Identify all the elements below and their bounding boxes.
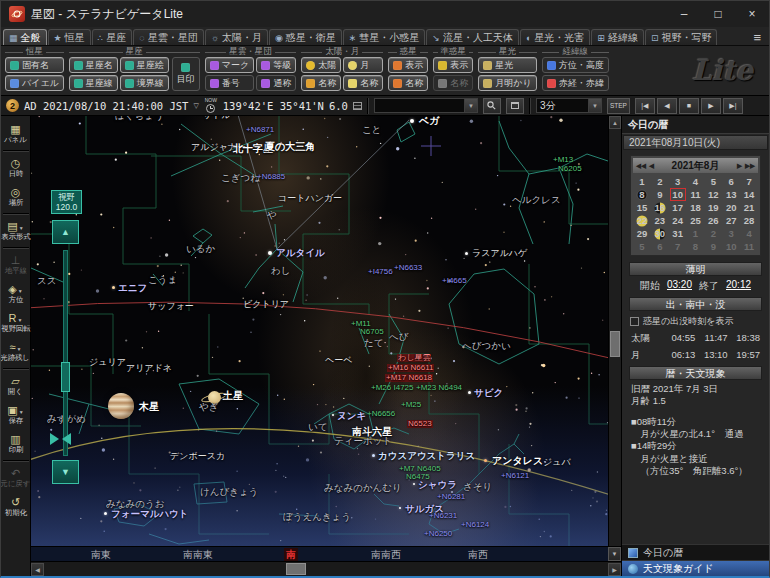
ribbon-button-名称[interactable]: 名称 xyxy=(433,75,473,91)
calendar-day-3[interactable]: 3 xyxy=(669,175,687,188)
step-select[interactable]: 3分▼ xyxy=(536,98,602,113)
ribbon-button-月明かり[interactable]: 月明かり xyxy=(478,75,536,91)
ribbon-button-太陽[interactable]: 太陽 xyxy=(301,57,341,73)
calendar-day-2[interactable]: 2 xyxy=(704,227,722,240)
calendar-day-12[interactable]: 12 xyxy=(704,188,722,201)
calendar-day-21[interactable]: 21 xyxy=(740,201,758,214)
ribbon-button-名称[interactable]: 名称 xyxy=(343,75,383,91)
panel-nav-天文現象ガイド[interactable]: 天文現象ガイド xyxy=(622,560,769,576)
calendar-next-month-button[interactable]: ▶ xyxy=(737,162,742,170)
panel-nav-今日の暦[interactable]: 今日の暦 xyxy=(622,544,769,560)
twilight-end-time[interactable]: 20:12 xyxy=(726,279,751,293)
calendar-day-10[interactable]: 10 xyxy=(722,240,740,253)
calendar-day-20[interactable]: 20 xyxy=(722,201,740,214)
sky-map[interactable]: はくちょうサドル+N6871アルジャナー北十字星夏の大三角ベガことこぎつね+N6… xyxy=(31,116,608,546)
ribbon-button-星座線[interactable]: 星座線 xyxy=(69,75,118,91)
scroll-left-icon[interactable]: ◀ xyxy=(31,563,44,576)
search-input[interactable]: ▼ xyxy=(374,98,478,113)
tab-星雲・星団[interactable]: ◌星雲・星団 xyxy=(133,29,203,45)
twilight-start-time[interactable]: 03:20 xyxy=(667,279,692,293)
play-button[interactable]: ▶ xyxy=(701,98,721,114)
calendar-day-10[interactable]: 10 xyxy=(669,188,687,201)
ribbon-button-境界線[interactable]: 境界線 xyxy=(120,75,169,91)
scroll-up-icon[interactable]: ▲ xyxy=(609,116,621,129)
minimize-button[interactable]: – xyxy=(667,1,701,27)
calendar-day-13[interactable]: 13 xyxy=(722,188,740,201)
calendar-day-2[interactable]: 2 xyxy=(651,175,669,188)
sidebar-item-印刷[interactable]: ▥印刷 xyxy=(1,429,30,458)
calendar-day-9[interactable]: 9 xyxy=(704,240,722,253)
ribbon-button-バイエル[interactable]: バイエル xyxy=(5,75,64,91)
sidebar-item-日時[interactable]: ◷日時 xyxy=(1,153,30,182)
map-hscrollbar[interactable]: ◀ ▶ xyxy=(31,561,621,576)
calendar-day-26[interactable]: 26 xyxy=(704,214,722,227)
sidebar-item-初期化[interactable]: ↺初期化 xyxy=(1,492,30,521)
checkbox-icon[interactable] xyxy=(630,317,639,326)
skip-start-button[interactable]: |◀ xyxy=(635,98,655,114)
calendar-day-4[interactable]: 4 xyxy=(740,227,758,240)
fov-slider-thumb[interactable] xyxy=(61,362,70,392)
ribbon-button-星座名[interactable]: 星座名 xyxy=(69,57,118,73)
ribbon-button-番号[interactable]: 番号 xyxy=(205,75,254,91)
close-button[interactable]: × xyxy=(735,1,769,27)
menu-icon[interactable]: ≡ xyxy=(747,30,767,45)
sidebar-item-開く[interactable]: ▱開く xyxy=(1,371,30,400)
rotate-right-icon[interactable] xyxy=(62,433,71,445)
calendar-next-year-button[interactable]: ▶▶ xyxy=(745,162,755,170)
sidebar-item-場所[interactable]: ◎場所 xyxy=(1,182,30,211)
calendar-day-8[interactable]: 8 xyxy=(633,188,651,201)
location-display[interactable]: 139°42'E 35°41'N xyxy=(223,100,324,112)
ribbon-button-表示[interactable]: 表示 xyxy=(433,57,473,73)
search-button[interactable] xyxy=(483,98,501,114)
calendar-day-16[interactable]: 16 xyxy=(651,201,669,214)
ribbon-button-方位・高度[interactable]: 方位・高度 xyxy=(542,57,609,73)
calendar-day-27[interactable]: 27 xyxy=(722,214,740,227)
sidebar-item-光跡残し[interactable]: ≈▼光跡残し xyxy=(1,337,30,366)
tab-太陽・月[interactable]: ☼太陽・月 xyxy=(205,29,268,45)
now-button[interactable]: NOW xyxy=(204,98,218,113)
zoom-out-button[interactable]: ▼ xyxy=(52,460,79,484)
calendar-day-11[interactable]: 11 xyxy=(687,188,705,201)
calendar-day-3[interactable]: 3 xyxy=(722,227,740,240)
ribbon-button-名称[interactable]: 名称 xyxy=(388,75,428,91)
calendar-day-31[interactable]: 31 xyxy=(669,227,687,240)
direction-dropdown[interactable]: ▼ xyxy=(608,547,621,561)
tab-流星・人工天体[interactable]: ↘流星・人工天体 xyxy=(426,29,519,45)
calendar-day-22[interactable]: 22 xyxy=(633,214,651,227)
ribbon-button-星座絵[interactable]: 星座絵 xyxy=(120,57,169,73)
rotate-left-icon[interactable] xyxy=(50,433,59,445)
calendar-day-6[interactable]: 6 xyxy=(651,240,669,253)
calendar-day-1[interactable]: 1 xyxy=(633,175,651,188)
zoom-in-button[interactable]: ▲ xyxy=(52,220,79,244)
limit-magnitude-value[interactable]: 6.0 xyxy=(329,100,348,112)
ribbon-button-マーク[interactable]: マーク xyxy=(205,57,254,73)
calendar-day-8[interactable]: 8 xyxy=(687,240,705,253)
datetime-display[interactable]: AD 2021/08/10 21:40:00 JST xyxy=(24,100,188,112)
ribbon-button-通称[interactable]: 通称 xyxy=(256,75,296,91)
calendar-day-29[interactable]: 29 xyxy=(633,227,651,240)
maximize-button[interactable]: □ xyxy=(701,1,735,27)
sidebar-item-表示形式[interactable]: ▤▼表示形式 xyxy=(1,216,30,245)
chart-window-button[interactable] xyxy=(506,98,524,114)
ribbon-button-表示[interactable]: 表示 xyxy=(388,57,428,73)
calendar-day-18[interactable]: 18 xyxy=(687,201,705,214)
skip-end-button[interactable]: ▶| xyxy=(723,98,743,114)
ribbon-button-赤経・赤緯[interactable]: 赤経・赤緯 xyxy=(542,75,609,91)
calendar-day-11[interactable]: 11 xyxy=(740,240,758,253)
tab-星光・光害[interactable]: ◐星光・光害 xyxy=(520,29,590,45)
datetime-caret-icon[interactable]: ▽ xyxy=(193,102,198,110)
scroll-right-icon[interactable]: ▶ xyxy=(608,563,621,576)
calendar-day-30[interactable]: 30 xyxy=(651,227,669,240)
ribbon-button-等級[interactable]: 等級 xyxy=(256,57,296,73)
hscroll-thumb[interactable] xyxy=(286,563,306,575)
calendar-day-1[interactable]: 1 xyxy=(687,227,705,240)
step-mode-button[interactable]: STEP xyxy=(607,98,630,114)
calendar-day-6[interactable]: 6 xyxy=(722,175,740,188)
planet-jupiter[interactable] xyxy=(108,393,134,419)
calendar-day-25[interactable]: 25 xyxy=(687,214,705,227)
calendar-day-7[interactable]: 7 xyxy=(740,175,758,188)
calendar-day-17[interactable]: 17 xyxy=(669,201,687,214)
calendar-day-5[interactable]: 5 xyxy=(633,240,651,253)
step-dropdown-icon[interactable]: ▼ xyxy=(588,99,601,112)
interval-badge[interactable]: 2 xyxy=(6,99,19,112)
